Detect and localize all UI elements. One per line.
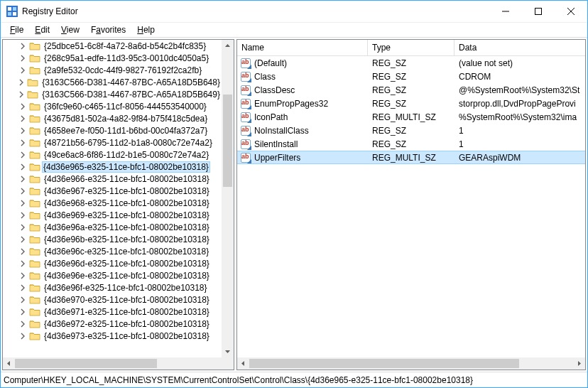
list-body: (Default)REG_SZ(value not set)ClassREG_S… bbox=[237, 56, 585, 370]
tree-item[interactable]: {3163C566-D381-4467-87BC-A65A18D5B648} bbox=[3, 76, 222, 88]
expand-icon[interactable] bbox=[17, 101, 28, 112]
tree-item[interactable]: {4d36e965-e325-11ce-bfc1-08002be10318} bbox=[3, 161, 222, 173]
folder-icon bbox=[29, 185, 40, 197]
value-row[interactable]: SilentInstallREG_SZ1 bbox=[237, 137, 585, 151]
expand-icon[interactable] bbox=[16, 89, 27, 100]
tree-item[interactable]: {4d36e96b-e325-11ce-bfc1-08002be10318} bbox=[3, 233, 222, 245]
tree-item-label: {43675d81-502a-4a82-9f84-b75f418c5dea} bbox=[43, 114, 209, 124]
scroll-right-icon[interactable] bbox=[573, 357, 585, 370]
value-name: NoInstallClass bbox=[254, 126, 309, 136]
svg-rect-2 bbox=[13, 7, 16, 11]
scroll-down-icon[interactable] bbox=[222, 345, 234, 357]
tree-item[interactable]: {4d36e969-e325-11ce-bfc1-08002be10318} bbox=[3, 209, 222, 221]
menu-item[interactable]: View bbox=[56, 24, 85, 36]
tree-item-label: {4d36e96c-e325-11ce-bfc1-08002be10318} bbox=[43, 247, 210, 257]
tree-item[interactable]: {43675d81-502a-4a82-9f84-b75f418c5dea} bbox=[3, 112, 222, 124]
folder-icon bbox=[29, 318, 40, 330]
expand-icon[interactable] bbox=[17, 65, 28, 76]
expand-icon[interactable] bbox=[17, 198, 28, 209]
scroll-left-icon[interactable] bbox=[3, 357, 15, 370]
value-type: REG_SZ bbox=[368, 99, 454, 109]
expand-icon[interactable] bbox=[17, 246, 28, 257]
value-type: REG_MULTI_SZ bbox=[368, 112, 454, 122]
expand-icon[interactable] bbox=[17, 149, 28, 161]
expand-icon[interactable] bbox=[17, 173, 28, 185]
tree-item[interactable]: {4d36e96f-e325-11ce-bfc1-08002be10318} bbox=[3, 281, 222, 293]
tree-vertical-scrollbar[interactable] bbox=[222, 40, 234, 357]
folder-icon bbox=[29, 149, 40, 161]
string-value-icon bbox=[240, 112, 251, 123]
expand-icon[interactable] bbox=[17, 222, 28, 233]
expand-icon[interactable] bbox=[17, 161, 28, 173]
tree-item[interactable]: {4d36e96a-e325-11ce-bfc1-08002be10318} bbox=[3, 221, 222, 233]
menu-item[interactable]: File bbox=[5, 24, 28, 36]
tree-item[interactable]: {4d36e971-e325-11ce-bfc1-08002be10318} bbox=[3, 306, 222, 318]
value-row[interactable]: NoInstallClassREG_SZ1 bbox=[237, 124, 585, 137]
value-data: 1 bbox=[454, 126, 585, 136]
tree-scroll: {25dbce51-6c8f-4a72-8a6d-b54c2b4fc835}{2… bbox=[3, 40, 234, 370]
maximize-button[interactable] bbox=[522, 1, 555, 22]
value-row[interactable]: IconPathREG_MULTI_SZ%SystemRoot%\System3… bbox=[237, 110, 585, 124]
tree-item[interactable]: {4d36e966-e325-11ce-bfc1-08002be10318} bbox=[3, 173, 222, 185]
expand-icon[interactable] bbox=[17, 234, 28, 245]
tree-item[interactable]: {4658ee7e-f050-11d1-b6bd-00c04fa372a7} bbox=[3, 124, 222, 136]
folder-icon bbox=[29, 330, 40, 342]
menu-item[interactable]: Edit bbox=[30, 24, 55, 36]
expand-icon[interactable] bbox=[17, 330, 28, 342]
close-button[interactable] bbox=[555, 1, 587, 22]
expand-icon[interactable] bbox=[17, 113, 28, 124]
list-horizontal-scrollbar[interactable] bbox=[237, 357, 585, 370]
folder-icon bbox=[29, 270, 40, 281]
column-header-type[interactable]: Type bbox=[368, 40, 454, 55]
expand-icon[interactable] bbox=[17, 318, 28, 330]
value-row[interactable]: ClassDescREG_SZ@%SystemRoot%\System32\St bbox=[237, 83, 585, 97]
expand-icon[interactable] bbox=[17, 53, 28, 64]
tree-item-label: {4d36e96f-e325-11ce-bfc1-08002be10318} bbox=[43, 283, 209, 293]
tree-item[interactable]: {268c95a1-edfe-11d3-95c3-0010dc4050a5} bbox=[3, 52, 222, 64]
value-row[interactable]: EnumPropPages32REG_SZstorprop.dll,DvdPro… bbox=[237, 97, 585, 110]
expand-icon[interactable] bbox=[17, 185, 28, 197]
expand-icon[interactable] bbox=[17, 294, 28, 306]
value-row[interactable]: (Default)REG_SZ(value not set) bbox=[237, 56, 585, 70]
scroll-up-icon[interactable] bbox=[222, 40, 234, 52]
menu-item[interactable]: Favorites bbox=[86, 24, 131, 36]
tree-item[interactable]: {4d36e972-e325-11ce-bfc1-08002be10318} bbox=[3, 318, 222, 330]
scroll-left-icon[interactable] bbox=[237, 357, 249, 370]
tree-item[interactable]: {49ce6ac8-6f86-11d2-b1e5-0080c72e74a2} bbox=[3, 149, 222, 161]
expand-icon[interactable] bbox=[17, 137, 28, 149]
expand-icon[interactable] bbox=[17, 125, 28, 136]
tree-item[interactable]: {4d36e968-e325-11ce-bfc1-08002be10318} bbox=[3, 197, 222, 209]
expand-icon[interactable] bbox=[16, 77, 27, 88]
value-name: IconPath bbox=[254, 112, 288, 122]
tree-item[interactable]: {4d36e96e-e325-11ce-bfc1-08002be10318} bbox=[3, 269, 222, 281]
tree-item-label: {4d36e96a-e325-11ce-bfc1-08002be10318} bbox=[43, 222, 211, 232]
tree-item[interactable]: {4d36e973-e325-11ce-bfc1-08002be10318} bbox=[3, 330, 222, 342]
tree-item[interactable]: {4d36e96c-e325-11ce-bfc1-08002be10318} bbox=[3, 245, 222, 257]
minimize-button[interactable] bbox=[489, 1, 522, 22]
tree-item[interactable]: {3163C566-D381-4467-87BC-A65A18D5B649} bbox=[3, 88, 222, 100]
tree-item[interactable]: {36fc9e60-c465-11cf-8056-444553540000} bbox=[3, 100, 222, 112]
tree-item-label: {25dbce51-6c8f-4a72-8a6d-b54c2b4fc835} bbox=[43, 41, 207, 51]
expand-icon[interactable] bbox=[17, 270, 28, 281]
tree-item[interactable]: {25dbce51-6c8f-4a72-8a6d-b54c2b4fc835} bbox=[3, 40, 222, 52]
tree-horizontal-scrollbar[interactable] bbox=[3, 357, 234, 370]
tree-item[interactable]: {2a9fe532-0cdc-44f9-9827-76192f2ca2fb} bbox=[3, 64, 222, 76]
menu-item[interactable]: Help bbox=[132, 24, 160, 36]
tree-item[interactable]: {4d36e967-e325-11ce-bfc1-08002be10318} bbox=[3, 185, 222, 197]
column-headers: Name Type Data bbox=[237, 40, 585, 56]
expand-icon[interactable] bbox=[17, 306, 28, 318]
value-type: REG_SZ bbox=[368, 139, 454, 149]
expand-icon[interactable] bbox=[17, 210, 28, 221]
tree-item[interactable]: {4d36e96d-e325-11ce-bfc1-08002be10318} bbox=[3, 257, 222, 269]
expand-icon[interactable] bbox=[17, 258, 28, 269]
tree-item-label: {4658ee7e-f050-11d1-b6bd-00c04fa372a7} bbox=[43, 126, 209, 136]
value-row[interactable]: ClassREG_SZCDROM bbox=[237, 70, 585, 83]
expand-icon[interactable] bbox=[17, 41, 28, 52]
tree-item[interactable]: {48721b56-6795-11d2-b1a8-0080c72e74a2} bbox=[3, 136, 222, 149]
tree-item[interactable]: {4d36e970-e325-11ce-bfc1-08002be10318} bbox=[3, 293, 222, 306]
expand-icon[interactable] bbox=[17, 282, 28, 293]
tree-item-label: {4d36e96d-e325-11ce-bfc1-08002be10318} bbox=[43, 259, 211, 269]
column-header-name[interactable]: Name bbox=[237, 40, 368, 55]
column-header-data[interactable]: Data bbox=[454, 40, 585, 55]
value-row[interactable]: UpperFiltersREG_MULTI_SZGEARAspiWDM bbox=[237, 151, 585, 164]
